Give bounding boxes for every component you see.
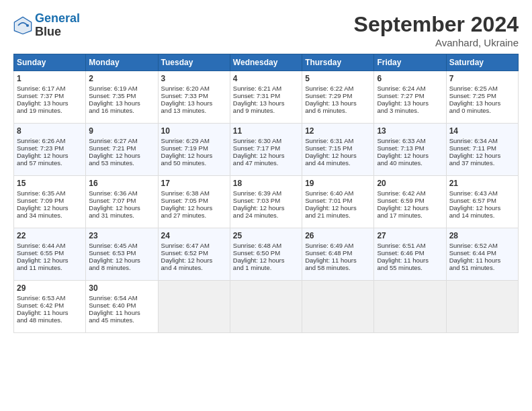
calendar-cell: 20Sunrise: 6:42 AMSunset: 6:59 PMDayligh… — [374, 176, 446, 228]
calendar-cell: 13Sunrise: 6:33 AMSunset: 7:13 PMDayligh… — [374, 124, 446, 176]
month-title: September 2024 — [354, 12, 519, 37]
day-info-line: Daylight: 12 hours — [305, 204, 371, 212]
calendar-cell: 8Sunrise: 6:26 AMSunset: 7:23 PMDaylight… — [14, 124, 86, 176]
day-info-line: Sunset: 7:35 PM — [89, 92, 154, 99]
calendar-cell: 1Sunrise: 6:17 AMSunset: 7:37 PMDaylight… — [14, 71, 86, 124]
day-info-line: Sunrise: 6:36 AM — [89, 189, 154, 197]
logo-icon — [13, 16, 32, 35]
day-info-line: Daylight: 12 hours — [89, 204, 154, 212]
day-info-line: Daylight: 12 hours — [17, 257, 83, 264]
day-info-line: and 51 minutes. — [449, 264, 515, 271]
day-info-line: Daylight: 11 hours — [377, 257, 443, 264]
day-info-line: and 4 minutes. — [161, 264, 227, 271]
calendar-cell: 16Sunrise: 6:36 AMSunset: 7:07 PMDayligh… — [86, 176, 158, 228]
day-number: 18 — [233, 179, 299, 188]
day-info-line: Sunset: 7:13 PM — [377, 144, 443, 152]
day-info-line: and 11 minutes. — [17, 264, 83, 271]
calendar-cell: 12Sunrise: 6:31 AMSunset: 7:15 PMDayligh… — [302, 124, 374, 176]
day-info-line: Daylight: 12 hours — [233, 257, 299, 264]
day-info-line: and 3 minutes. — [377, 107, 443, 114]
day-number: 22 — [17, 231, 83, 240]
day-info-line: Sunset: 6:44 PM — [449, 249, 515, 257]
day-info-line: Sunset: 6:53 PM — [89, 249, 154, 257]
day-number: 16 — [89, 179, 154, 188]
day-info-line: and 14 minutes. — [449, 212, 515, 219]
calendar-cell: 29Sunrise: 6:53 AMSunset: 6:42 PMDayligh… — [14, 281, 86, 333]
day-info-line: Sunset: 6:55 PM — [17, 249, 83, 257]
day-number: 20 — [377, 179, 443, 188]
day-number: 26 — [305, 231, 371, 240]
calendar-cell: 9Sunrise: 6:27 AMSunset: 7:21 PMDaylight… — [86, 124, 158, 176]
calendar-cell: 27Sunrise: 6:51 AMSunset: 6:46 PMDayligh… — [374, 228, 446, 281]
day-number: 23 — [89, 231, 154, 240]
day-info-line: Sunset: 6:46 PM — [377, 249, 443, 257]
day-info-line: and 31 minutes. — [89, 212, 154, 219]
day-info-line: Daylight: 12 hours — [17, 204, 83, 212]
day-info-line: and 47 minutes. — [233, 159, 299, 167]
calendar-cell: 2Sunrise: 6:19 AMSunset: 7:35 PMDaylight… — [86, 71, 158, 124]
calendar-cell: 23Sunrise: 6:45 AMSunset: 6:53 PMDayligh… — [86, 228, 158, 281]
day-info-line: and 13 minutes. — [161, 107, 227, 114]
calendar-cell: 19Sunrise: 6:40 AMSunset: 7:01 PMDayligh… — [302, 176, 374, 228]
day-info-line: Daylight: 13 hours — [89, 99, 154, 107]
day-number: 13 — [377, 126, 443, 136]
day-info-line: Sunset: 7:23 PM — [17, 144, 83, 152]
day-info-line: Sunset: 7:03 PM — [233, 197, 299, 204]
day-info-line: Daylight: 13 hours — [233, 99, 299, 107]
day-info-line: Sunset: 6:57 PM — [449, 197, 515, 204]
day-info-line: Daylight: 12 hours — [161, 257, 227, 264]
day-info-line: and 45 minutes. — [89, 316, 154, 324]
day-info-line: Sunrise: 6:27 AM — [89, 137, 154, 144]
day-number: 8 — [17, 126, 83, 136]
calendar-header-row: Sunday Monday Tuesday Wednesday Thursday… — [14, 54, 519, 71]
day-info-line: and 0 minutes. — [449, 107, 515, 114]
day-info-line: Sunrise: 6:19 AM — [89, 85, 154, 92]
day-info-line: Sunset: 7:01 PM — [305, 197, 371, 204]
day-info-line: Sunrise: 6:21 AM — [233, 85, 299, 92]
day-number: 6 — [377, 74, 443, 83]
day-info-line: Sunset: 7:17 PM — [233, 144, 299, 152]
calendar-week-row: 8Sunrise: 6:26 AMSunset: 7:23 PMDaylight… — [14, 124, 519, 176]
day-info-line: Daylight: 11 hours — [305, 257, 371, 264]
day-info-line: and 57 minutes. — [17, 159, 83, 167]
day-info-line: and 1 minute. — [233, 264, 299, 271]
day-info-line: Sunset: 6:59 PM — [377, 197, 443, 204]
col-sunday: Sunday — [14, 54, 86, 71]
day-info-line: and 48 minutes. — [17, 316, 83, 324]
day-number: 3 — [161, 74, 227, 83]
day-info-line: Daylight: 11 hours — [17, 309, 83, 316]
day-info-line: Sunset: 7:05 PM — [161, 197, 227, 204]
day-info-line: Sunrise: 6:34 AM — [449, 137, 515, 144]
day-info-line: Daylight: 13 hours — [17, 99, 83, 107]
day-info-line: Daylight: 12 hours — [449, 152, 515, 159]
day-info-line: Sunset: 7:29 PM — [305, 92, 371, 99]
calendar-cell: 15Sunrise: 6:35 AMSunset: 7:09 PMDayligh… — [14, 176, 86, 228]
day-info-line: Daylight: 13 hours — [377, 99, 443, 107]
calendar-cell: 21Sunrise: 6:43 AMSunset: 6:57 PMDayligh… — [446, 176, 518, 228]
day-number: 25 — [233, 231, 299, 240]
day-info-line: and 17 minutes. — [377, 212, 443, 219]
day-info-line: Sunrise: 6:29 AM — [161, 137, 227, 144]
calendar-cell: 10Sunrise: 6:29 AMSunset: 7:19 PMDayligh… — [158, 124, 230, 176]
col-wednesday: Wednesday — [230, 54, 302, 71]
day-info-line: Sunrise: 6:26 AM — [17, 137, 83, 144]
day-info-line: Daylight: 12 hours — [89, 152, 154, 159]
calendar-cell: 14Sunrise: 6:34 AMSunset: 7:11 PMDayligh… — [446, 124, 518, 176]
day-info-line: Sunset: 7:25 PM — [449, 92, 515, 99]
calendar-cell: 24Sunrise: 6:47 AMSunset: 6:52 PMDayligh… — [158, 228, 230, 281]
day-info-line: Daylight: 13 hours — [161, 99, 227, 107]
calendar-cell: 7Sunrise: 6:25 AMSunset: 7:25 PMDaylight… — [446, 71, 518, 124]
day-number: 1 — [17, 74, 83, 83]
title-block: September 2024 Avanhard, Ukraine — [354, 12, 519, 48]
calendar-cell — [158, 281, 230, 333]
day-info-line: and 37 minutes. — [449, 159, 515, 167]
day-info-line: Daylight: 12 hours — [233, 152, 299, 159]
day-info-line: Sunrise: 6:35 AM — [17, 189, 83, 197]
day-info-line: Sunrise: 6:17 AM — [17, 85, 83, 92]
day-info-line: Daylight: 12 hours — [377, 152, 443, 159]
day-info-line: and 24 minutes. — [233, 212, 299, 219]
day-info-line: Daylight: 12 hours — [17, 152, 83, 159]
day-info-line: Sunrise: 6:20 AM — [161, 85, 227, 92]
day-number: 7 — [449, 74, 515, 83]
day-info-line: Sunset: 7:15 PM — [305, 144, 371, 152]
